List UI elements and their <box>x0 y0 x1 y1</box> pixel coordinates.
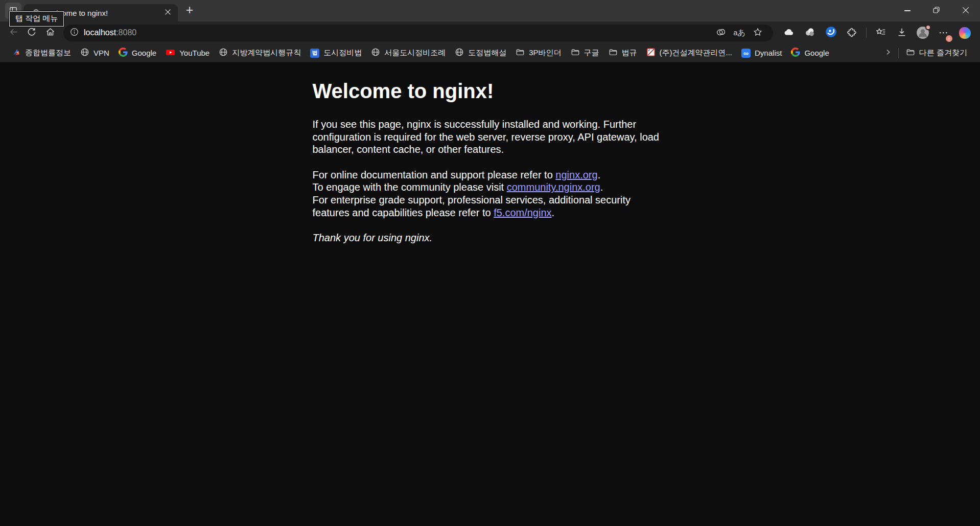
url-text: localhost:8080 <box>84 28 136 37</box>
downloads-button[interactable] <box>893 24 911 41</box>
globe-icon <box>219 48 228 58</box>
bookmark-label: 구글 <box>584 48 599 58</box>
home-button[interactable] <box>41 24 59 41</box>
globe-icon <box>80 48 89 58</box>
add-favorite-button[interactable] <box>750 26 766 40</box>
bookmark-dynalist[interactable]: ∞ Dynalist <box>737 46 786 60</box>
close-icon <box>962 7 969 15</box>
bookmarks-overflow-button[interactable] <box>880 46 896 60</box>
bookmarks-divider <box>898 48 899 58</box>
back-arrow-icon <box>8 27 19 39</box>
home-icon <box>45 27 56 39</box>
toolbar: localhost:8080 aあ <box>0 21 980 44</box>
broken-image-icon <box>646 48 656 58</box>
google-icon <box>119 48 128 58</box>
bookmark-label: Google <box>132 49 156 57</box>
copilot-button[interactable] <box>955 24 974 41</box>
star-icon <box>753 27 763 39</box>
community-nginx-org-link[interactable]: community.nginx.org <box>507 181 600 193</box>
enterprise-suffix: . <box>552 207 555 218</box>
close-icon <box>165 9 171 17</box>
bookmark-construction-contract[interactable]: (주)건설계약관리연... <box>642 46 737 60</box>
titlebar: Welcome to nginx! + 탭 작업 메뉴 <box>0 0 980 21</box>
globe-icon <box>371 48 380 58</box>
translate-button[interactable]: aあ <box>731 26 748 40</box>
page-title: Welcome to nginx! <box>313 80 668 103</box>
url-host: localhost <box>84 28 116 37</box>
extension-blob-button[interactable] <box>801 24 819 41</box>
refresh-icon <box>27 27 37 39</box>
other-favorites-button[interactable]: 다른 즐겨찾기 <box>901 46 972 60</box>
update-badge-icon: ↑ <box>945 34 953 43</box>
chevron-right-icon <box>884 48 892 58</box>
bookmark-vpn[interactable]: VPN <box>76 46 114 60</box>
bookmark-label: VPN <box>94 49 109 57</box>
window-controls <box>893 0 980 21</box>
bookmark-folder-3p-binder[interactable]: 3P바인더 <box>511 46 566 60</box>
folder-icon <box>906 48 915 58</box>
puzzle-icon <box>846 27 857 39</box>
bookmark-label: 도시정비법 <box>323 48 362 58</box>
translate-icon: aあ <box>733 28 745 38</box>
bookmark-seoul-ordinance[interactable]: 서울도시정비조례 <box>366 46 450 60</box>
bookmark-label: (주)건설계약관리연... <box>660 48 733 58</box>
tab-close-button[interactable] <box>161 7 174 19</box>
bookmark-local-contract-rules[interactable]: 지방계약법시행규칙 <box>214 46 306 60</box>
doc-text: For online documentation and support ple… <box>313 169 556 180</box>
bookmark-act-commentary[interactable]: 도정법해설 <box>450 46 511 60</box>
bookmark-folder-laws[interactable]: 법규 <box>604 46 642 60</box>
blue-wave-extension-button[interactable] <box>822 24 840 41</box>
bookmark-label: Google <box>804 49 829 57</box>
close-window-button[interactable] <box>951 0 980 21</box>
minimize-button[interactable] <box>893 0 922 21</box>
copilot-rewrite-button[interactable] <box>713 26 729 40</box>
law-badge-icon: 법 <box>310 49 319 58</box>
favorites-button[interactable] <box>872 24 890 41</box>
bookmark-label: Dynalist <box>755 49 782 57</box>
dynalist-icon: ∞ <box>741 49 751 58</box>
profile-button[interactable] <box>914 24 932 41</box>
url-port: :8080 <box>116 28 136 37</box>
bookmarks-right-group: 다른 즐겨찾기 <box>880 46 972 60</box>
bookmark-label: 서울도시정비조례 <box>384 48 446 58</box>
bookmark-law-info[interactable]: 종합법률정보 <box>7 46 76 60</box>
presence-dot-icon <box>925 25 931 30</box>
intro-paragraph: If you see this page, nginx is successfu… <box>313 118 668 156</box>
page-content: Welcome to nginx! If you see this page, … <box>0 62 980 526</box>
bookmark-google-2[interactable]: Google <box>786 46 833 60</box>
copilot-logo-icon <box>959 27 971 39</box>
bookmark-google[interactable]: Google <box>114 46 161 60</box>
site-info-icon[interactable] <box>69 27 79 39</box>
refresh-button[interactable] <box>22 24 41 41</box>
tab-actions-tooltip: 탭 작업 메뉴 <box>9 11 64 27</box>
cloud-icon <box>783 26 795 40</box>
extensions-button[interactable] <box>843 24 861 41</box>
bookmark-youtube[interactable]: YouTube <box>161 46 214 60</box>
avatar <box>916 26 929 39</box>
nginx-org-link[interactable]: nginx.org <box>555 169 597 180</box>
back-button[interactable] <box>4 24 22 41</box>
address-bar[interactable]: localhost:8080 aあ <box>63 25 773 41</box>
restore-icon <box>933 7 940 15</box>
blue-wave-icon <box>825 26 837 40</box>
bookmark-label: YouTube <box>179 49 209 57</box>
bookmark-label: 지방계약법시행규칙 <box>232 48 301 58</box>
restore-button[interactable] <box>922 0 951 21</box>
bookmark-label: 다른 즐겨찾기 <box>919 48 967 58</box>
f5-com-nginx-link[interactable]: f5.com/nginx <box>494 207 551 218</box>
bookmark-label: 법규 <box>622 48 637 58</box>
settings-more-button[interactable]: ⋯ ↑ <box>935 24 953 41</box>
bookmark-label: 도정법해설 <box>468 48 506 58</box>
minimize-icon <box>904 10 911 11</box>
overlapping-circles-icon <box>804 26 816 40</box>
bookmark-label: 3P바인더 <box>529 48 561 58</box>
toolbar-divider <box>866 28 867 38</box>
bookmarks-bar: 종합법률정보 VPN Google YouTube 지방계약법시행규칙 <box>0 44 980 62</box>
new-tab-button[interactable]: + <box>181 1 198 18</box>
bookmark-urban-improvement-act[interactable]: 법 도시정비법 <box>306 46 366 60</box>
nginx-welcome-page: Welcome to nginx! If you see this page, … <box>313 62 668 244</box>
bookmark-folder-google[interactable]: 구글 <box>566 46 604 60</box>
favorites-star-list-icon <box>875 27 886 39</box>
cloud-extension-button[interactable] <box>780 24 798 41</box>
community-suffix: . <box>600 181 603 193</box>
